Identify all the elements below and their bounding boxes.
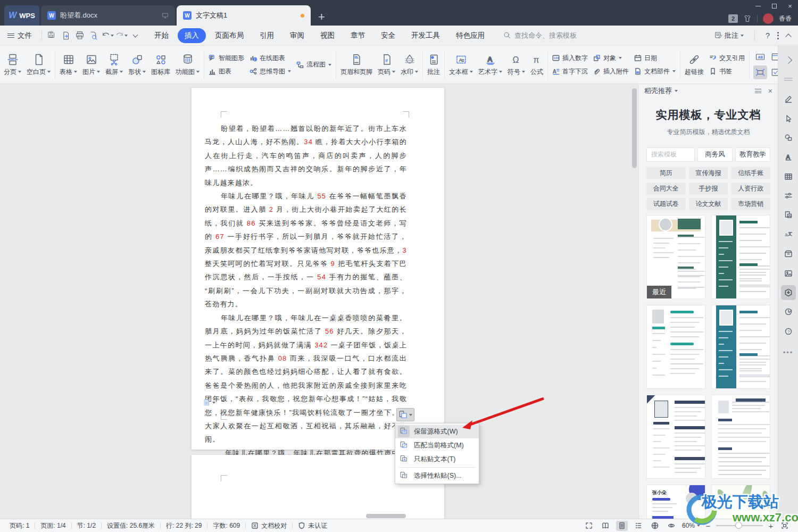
ribbon-item-textbox[interactable]: A文本框 xyxy=(446,52,476,78)
help-button[interactable]: ? xyxy=(766,31,770,40)
ribbon-grid-gridPanel[interactable] xyxy=(769,50,778,64)
vertical-scrollbar[interactable] xyxy=(632,87,637,518)
close-button[interactable]: × xyxy=(782,0,798,12)
command-search[interactable]: 查找命令、搜索模板 xyxy=(503,31,577,40)
history-tool-button[interactable] xyxy=(781,304,796,319)
ribbon-item-mindmap[interactable]: 思维导图 xyxy=(250,67,291,76)
ribbon-item-object[interactable]: 对象 xyxy=(593,54,629,63)
object-anchor-icon[interactable] xyxy=(203,399,215,406)
template-thumbnail[interactable]: 最近 xyxy=(646,215,705,299)
ribbon-item-funcmap[interactable]: 功能图 xyxy=(173,52,202,78)
window-count-badge[interactable]: 2 xyxy=(728,14,738,23)
menu-tab-开发工具[interactable]: 开发工具 xyxy=(404,28,447,43)
undo-button[interactable] xyxy=(101,29,114,43)
template-chip[interactable]: 市场营销 xyxy=(731,198,770,210)
document-tab-1[interactable]: W 盼望着.docx xyxy=(41,5,175,26)
archive-tool-button[interactable] xyxy=(781,246,796,261)
ribbon-item-pagenum[interactable]: #页码 xyxy=(375,52,398,78)
status-item[interactable]: 字数: 609 xyxy=(207,521,245,530)
zoom-out-button[interactable]: − xyxy=(705,521,711,530)
filter-education-button[interactable]: 教育教学 xyxy=(735,147,770,162)
scrollbar-thumb[interactable] xyxy=(632,88,637,168)
eye-protect-button[interactable] xyxy=(666,521,677,531)
ribbon-item-symbol[interactable]: Ω符号 xyxy=(505,52,528,78)
clipart-tool-button[interactable] xyxy=(781,207,796,222)
menu-tab-安全[interactable]: 安全 xyxy=(374,28,402,43)
zoom-slider-knob[interactable] xyxy=(735,522,742,529)
ribbon-item-chart[interactable]: 图表 xyxy=(209,67,244,76)
filter-business-button[interactable]: 商务风 xyxy=(697,147,733,162)
menu-tab-页面布局[interactable]: 页面布局 xyxy=(208,28,251,43)
template-chip[interactable]: 手抄报 xyxy=(689,182,728,195)
zoom-in-button[interactable]: + xyxy=(768,521,774,530)
proof-check-button[interactable]: 文档校对 xyxy=(246,521,292,530)
maximize-button[interactable] xyxy=(766,0,782,12)
ribbon-item-commentBig[interactable]: 批注 xyxy=(425,52,443,78)
template-chip[interactable]: 论文文献 xyxy=(689,198,728,210)
menu-tab-开始[interactable]: 开始 xyxy=(147,28,176,43)
ribbon-item-crossref[interactable]: 交叉引用 xyxy=(709,54,745,63)
shapes-tool-button[interactable] xyxy=(781,130,796,145)
template-thumbnail[interactable] xyxy=(646,395,705,479)
panel-close-icon[interactable]: × xyxy=(768,87,772,95)
template-chip[interactable]: 宣传海报 xyxy=(689,167,728,179)
zoom-level[interactable]: 60% xyxy=(682,522,700,529)
certification-status[interactable]: 未认证 xyxy=(293,521,332,530)
template-thumbnail[interactable] xyxy=(711,215,770,299)
ribbon-item-bookmark[interactable]: 书签 xyxy=(709,67,745,76)
ribbon-item-hyperlink[interactable]: 超链接 xyxy=(682,52,706,78)
ribbon-item-smartart[interactable]: 智能图形 xyxy=(209,54,244,63)
template-thumbnail[interactable] xyxy=(711,395,770,479)
ribbon-item-onlinechart[interactable]: 在线图表 xyxy=(250,54,291,63)
template-chip[interactable]: 人资行政 xyxy=(731,182,770,195)
image-tool-button[interactable] xyxy=(781,266,796,281)
translate-tool-button[interactable]: a xyxy=(781,227,796,242)
ribbon-item-table[interactable]: 表格 xyxy=(57,52,80,78)
ribbon-grid-gridCheck[interactable] xyxy=(769,65,778,79)
ribbon-item-iconlib[interactable]: 图标库 xyxy=(148,52,173,78)
edit-tool-button[interactable] xyxy=(781,92,796,106)
panel-title[interactable]: 稻壳推荐 xyxy=(644,86,672,96)
ribbon-item-blankpage[interactable]: 空白页 xyxy=(24,52,53,78)
menu-tab-视图[interactable]: 视图 xyxy=(313,28,342,43)
table-tool-button[interactable] xyxy=(781,169,796,184)
template-chip[interactable]: 合同大全 xyxy=(646,182,686,195)
web-view-button[interactable] xyxy=(649,521,661,531)
more-commands-button[interactable] xyxy=(128,29,142,43)
menu-tab-章节[interactable]: 章节 xyxy=(344,28,372,43)
template-chip[interactable]: 简历 xyxy=(646,167,686,179)
ribbon-item-attach[interactable]: 插入附件 xyxy=(593,67,629,76)
wps-menu-button[interactable]: W WPS xyxy=(4,5,39,26)
new-tab-button[interactable]: + xyxy=(318,12,325,22)
panel-filter-icon[interactable] xyxy=(755,88,761,95)
redo-button[interactable] xyxy=(114,29,128,43)
ribbon-item-flowchart[interactable]: 流程图 xyxy=(296,60,331,69)
template-chip[interactable]: 信纸手账 xyxy=(731,167,770,179)
panel-drag-handle[interactable] xyxy=(784,78,793,81)
save-button[interactable] xyxy=(45,29,59,43)
select-tool-button[interactable] xyxy=(781,111,796,126)
paste-menu-item[interactable]: A只粘贴文本(T) xyxy=(395,452,479,466)
ribbon-item-watermark[interactable]: 水印 xyxy=(398,52,421,78)
status-item[interactable]: 节: 1/2 xyxy=(72,521,101,530)
ribbon-grid-gridAB[interactable]: AB xyxy=(753,50,767,64)
menu-tab-特色应用[interactable]: 特色应用 xyxy=(449,28,492,43)
ribbon-item-insertnum[interactable]: 123插入数字 xyxy=(552,54,588,63)
page-view-button[interactable] xyxy=(616,521,628,531)
document-tab-2-active[interactable]: W 文字文稿1 xyxy=(177,5,311,26)
paste-menu-item[interactable]: 保留源格式(W) xyxy=(395,425,479,438)
ribbon-item-shape[interactable]: 形状 xyxy=(126,52,148,78)
template-chip[interactable]: 试题试卷 xyxy=(646,198,686,210)
document-canvas[interactable]: 盼望着，盼望着……翘首以盼的新年近了。街市上车水马龙，人山人海，好不热闹。34 … xyxy=(0,84,638,519)
ribbon-item-screenshot[interactable]: 截屏 xyxy=(103,52,126,78)
resources-tool-button[interactable] xyxy=(781,285,796,300)
template-thumbnail[interactable]: ··· xyxy=(711,485,770,519)
ribbon-item-wordart[interactable]: A艺术字 xyxy=(476,52,505,78)
zoom-slider[interactable] xyxy=(716,525,763,526)
ribbon-item-date[interactable]: 日期 xyxy=(634,54,676,63)
menu-tab-审阅[interactable]: 审阅 xyxy=(283,28,311,43)
ribbon-grid-gridFit[interactable] xyxy=(753,65,767,79)
skin-icon[interactable] xyxy=(743,14,752,23)
horizontal-scrollbar-thumb[interactable] xyxy=(366,514,406,518)
export-button[interactable] xyxy=(59,29,73,43)
